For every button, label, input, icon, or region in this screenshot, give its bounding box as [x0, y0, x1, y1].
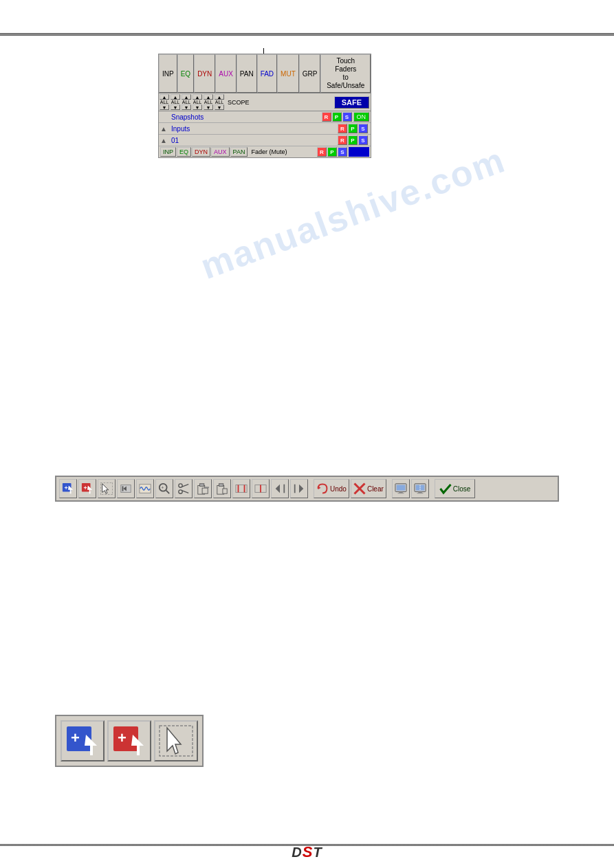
grp-button[interactable]: GRP — [299, 54, 321, 93]
close-check-icon — [439, 482, 452, 495]
select-add-red-btn[interactable]: + — [78, 479, 96, 498]
all-dn-2[interactable]: ▼ — [171, 104, 180, 110]
all-btn-4: ▲ ALL ▼ — [193, 94, 202, 110]
aux-button[interactable]: AUX — [215, 54, 237, 93]
ch01-r-btn[interactable]: R — [338, 135, 347, 145]
toolbar: + + — [55, 476, 559, 502]
touch-faders-button[interactable]: Touch Faders to Safe/Unsafe — [320, 54, 371, 93]
safe-row2: ▲ ALL ▼ ▲ ALL ▼ ▲ ALL ▼ ▲ ALL ▼ ▲ ALL ▼ … — [159, 93, 371, 111]
dyn-button[interactable]: DYN — [194, 54, 215, 93]
all-btn-2: ▲ ALL ▼ — [171, 94, 180, 110]
monitor1-icon — [395, 482, 407, 495]
all-dn-4[interactable]: ▼ — [193, 104, 202, 110]
cut2-icon — [254, 482, 267, 495]
safe-panel: INP EQ DYN AUX PAN FAD MUT GRP Touch Fad… — [158, 54, 371, 158]
svg-text:+: + — [84, 485, 87, 491]
svg-rect-37 — [399, 492, 402, 493]
cursor-tool-btn[interactable] — [98, 479, 116, 498]
snapshots-s-btn[interactable]: S — [342, 112, 352, 122]
inputs-s-btn[interactable]: S — [358, 124, 368, 133]
all-up-2[interactable]: ▲ — [171, 94, 180, 100]
nav-inp-btn[interactable]: INP — [160, 147, 176, 157]
safe-row1: INP EQ DYN AUX PAN FAD MUT GRP Touch Fad… — [159, 54, 371, 93]
eq-button[interactable]: EQ — [177, 54, 194, 93]
select-add-blue-large-btn[interactable]: + — [61, 720, 105, 761]
snapshots-on-btn[interactable]: ON — [353, 112, 370, 122]
all-up-5[interactable]: ▲ — [204, 94, 213, 100]
nav-pan-btn[interactable]: PAN — [230, 147, 248, 157]
fader-mute-row: INP EQ DYN AUX PAN Fader (Mute) R P S — [159, 146, 371, 157]
inputs-p-btn[interactable]: P — [348, 124, 358, 133]
zoom-btn[interactable]: + — [155, 479, 173, 498]
snapshots-rps: R P S — [322, 112, 352, 122]
undo-icon — [316, 482, 329, 495]
snapshots-p-btn[interactable]: P — [332, 112, 342, 122]
clear-btn[interactable]: Clear — [351, 479, 386, 498]
step-left-btn[interactable] — [271, 479, 289, 498]
all-dn-6[interactable]: ▼ — [215, 104, 224, 110]
scissors-btn[interactable] — [175, 479, 193, 498]
fadermute-r-btn[interactable]: R — [317, 147, 327, 157]
all-up-3[interactable]: ▲ — [182, 94, 191, 100]
fadermute-rps: R P S — [317, 147, 347, 157]
cursor-dashed-large-btn[interactable] — [154, 720, 198, 761]
dst-t: T — [313, 845, 322, 860]
prev-btn[interactable] — [117, 479, 135, 498]
ch01-row: ▲ 01 R P S — [159, 135, 371, 146]
ch01-s-btn[interactable]: S — [358, 135, 368, 145]
close-btn[interactable]: Close — [435, 479, 476, 498]
select-add-blue-btn[interactable]: + — [59, 479, 77, 498]
all-btn-6: ▲ ALL ▼ — [215, 94, 224, 110]
nav-dyn-btn[interactable]: DYN — [192, 147, 210, 157]
nav-eq-btn[interactable]: EQ — [177, 147, 191, 157]
snapshots-r-btn[interactable]: R — [322, 112, 331, 122]
all-up-4[interactable]: ▲ — [193, 94, 202, 100]
nav-aux-btn[interactable]: AUX — [211, 147, 230, 157]
all-btn-5: ▲ ALL ▼ — [204, 94, 213, 110]
all-dn-3[interactable]: ▼ — [182, 104, 191, 110]
all-up-6[interactable]: ▲ — [215, 94, 224, 100]
svg-rect-21 — [219, 484, 223, 487]
all-btn-3: ▲ ALL ▼ — [182, 94, 191, 110]
cut1-btn[interactable] — [232, 479, 250, 498]
step-left-icon — [274, 482, 286, 495]
cursor-icon — [100, 482, 113, 495]
step-right-btn[interactable] — [290, 479, 308, 498]
mut-button[interactable]: MUT — [277, 54, 299, 93]
cursor-dashed-large-icon — [159, 725, 193, 757]
wave-btn[interactable] — [136, 479, 154, 498]
snapshots-label: Snapshots — [171, 113, 322, 121]
fadermute-p-btn[interactable]: P — [327, 147, 337, 157]
paste1-btn[interactable] — [194, 479, 212, 498]
cut2-btn[interactable] — [252, 479, 270, 498]
monitor2-btn[interactable] — [411, 479, 429, 498]
inputs-r-btn[interactable]: R — [338, 124, 347, 133]
all-up-1[interactable]: ▲ — [160, 94, 169, 100]
snapshots-row: Snapshots R P S ON — [159, 111, 371, 123]
fad-button[interactable]: FAD — [257, 54, 277, 93]
inp-button[interactable]: INP — [159, 54, 177, 93]
clear-label-group: Clear — [353, 482, 384, 495]
undo-btn[interactable]: Undo — [314, 479, 349, 498]
select-add-red-large-icon: + — [112, 725, 146, 757]
pan-button[interactable]: PAN — [237, 54, 257, 93]
select-add-red-icon: + — [81, 482, 94, 495]
all-dn-5[interactable]: ▼ — [204, 104, 213, 110]
close-label-group: Close — [439, 482, 471, 495]
svg-marker-30 — [299, 485, 303, 493]
ch01-p-btn[interactable]: P — [348, 135, 358, 145]
select-add-red-large-btn[interactable]: + — [107, 720, 151, 761]
fadermute-s-btn[interactable]: S — [338, 147, 347, 157]
svg-marker-4 — [102, 484, 109, 493]
paste2-btn[interactable] — [213, 479, 231, 498]
svg-marker-51 — [167, 728, 181, 754]
svg-rect-36 — [397, 485, 406, 491]
all-dn-1[interactable]: ▼ — [160, 104, 169, 110]
svg-rect-22 — [223, 489, 227, 493]
svg-rect-38 — [397, 493, 404, 493]
safe-button[interactable]: SAFE — [334, 96, 369, 109]
monitor1-btn[interactable] — [392, 479, 410, 498]
ch01-label: 01 — [171, 137, 338, 144]
fader-mute-label: Fader (Mute) — [251, 148, 317, 155]
ch01-rps: R P S — [338, 135, 368, 145]
